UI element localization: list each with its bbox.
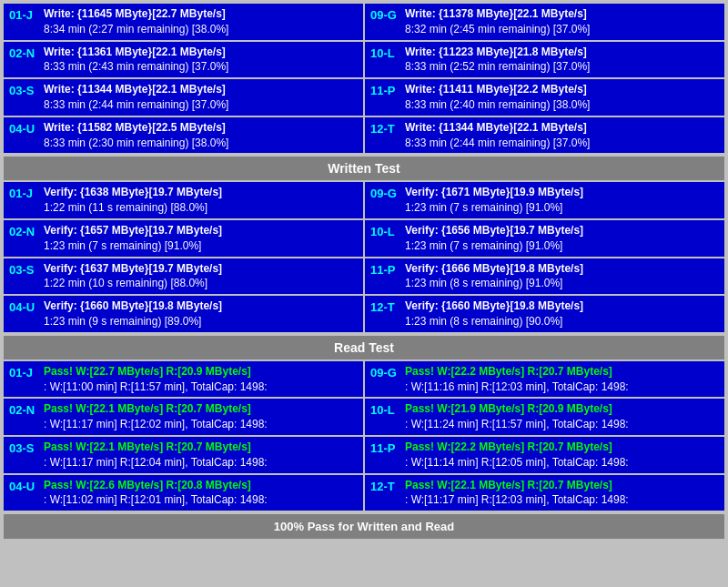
verify-02n-line1: Verify: {1657 MByte}[19.7 MByte/s] — [44, 223, 358, 238]
pass-id-03s: 03-S — [9, 441, 40, 455]
pass-01j-line2: : W:[11:00 min] R:[11:57 min], TotalCap:… — [44, 380, 358, 395]
verify-id-01j: 01-J — [9, 187, 40, 200]
verify-id-11p: 11-P — [370, 263, 401, 277]
write-grid: 01-J Write: {11645 MByte}[22.7 MByte/s] … — [4, 4, 724, 153]
verify-cell-10l: 10-L Verify: {1656 MByte}[19.7 MByte/s] … — [365, 220, 724, 257]
pass-cell-10l: 10-L Pass! W:[21.9 MByte/s] R:[20.9 MByt… — [365, 399, 724, 435]
pass-04u-line1: Pass! W:[22.6 MByte/s] R:[20.8 MByte/s] — [44, 478, 358, 493]
pass-section: 01-J Pass! W:[22.7 MByte/s] R:[20.9 MByt… — [4, 361, 724, 511]
read-test-header: Read Test — [4, 336, 724, 359]
verify-11p-line2: 1:23 min (8 s remaining) [91.0%] — [405, 276, 719, 291]
write-cell-09g: 09-G Write: {11378 MByte}[22.1 MByte/s] … — [365, 4, 724, 40]
write-03s-line1: Write: {11344 MByte}[22.1 MByte/s] — [44, 82, 358, 97]
pass-cell-03s: 03-S Pass! W:[22.1 MByte/s] R:[20.7 MByt… — [4, 437, 363, 473]
write-cell-12t: 12-T Write: {11344 MByte}[22.1 MByte/s] … — [365, 117, 724, 154]
write-03s-line2: 8:33 min (2:44 min remaining) [37.0%] — [44, 97, 358, 113]
verify-11p-line1: Verify: {1666 MByte}[19.8 MByte/s] — [405, 261, 719, 277]
verify-id-09g: 09-G — [370, 187, 401, 200]
write-10l-line1: Write: {11223 MByte}[21.8 MByte/s] — [405, 45, 719, 60]
write-04u-line1: Write: {11582 MByte}[22.5 MByte/s] — [44, 120, 358, 136]
pass-cell-04u: 04-U Pass! W:[22.6 MByte/s] R:[20.8 MByt… — [4, 475, 363, 511]
cell-id-09g: 09-G — [370, 8, 401, 22]
pass-02n-line1: Pass! W:[22.1 MByte/s] R:[20.7 MByte/s] — [44, 401, 358, 417]
pass-id-12t: 12-T — [370, 480, 401, 493]
verify-id-10l: 10-L — [370, 225, 401, 238]
pass-01j-line1: Pass! W:[22.7 MByte/s] R:[20.9 MByte/s] — [44, 364, 358, 380]
write-cell-11p: 11-P Write: {11411 MByte}[22.2 MByte/s] … — [365, 79, 724, 116]
cell-id-11p: 11-P — [370, 84, 401, 97]
verify-03s-line2: 1:22 min (10 s remaining) [88.0%] — [44, 276, 358, 291]
write-12t-line1: Write: {11344 MByte}[22.1 MByte/s] — [405, 120, 719, 136]
pass-cell-01j: 01-J Pass! W:[22.7 MByte/s] R:[20.9 MByt… — [4, 361, 363, 398]
footer-status: 100% Pass for Written and Read — [4, 514, 724, 539]
pass-09g-line2: : W:[11:16 min] R:[12:03 min], TotalCap:… — [405, 380, 719, 395]
verify-id-12t: 12-T — [370, 300, 401, 314]
pass-id-09g: 09-G — [370, 366, 401, 380]
pass-10l-line1: Pass! W:[21.9 MByte/s] R:[20.9 MByte/s] — [405, 401, 719, 417]
write-01j-line1: Write: {11645 MByte}[22.7 MByte/s] — [44, 6, 358, 22]
pass-04u-line2: : W:[11:02 min] R:[12:01 min], TotalCap:… — [44, 492, 358, 508]
cell-id-01j: 01-J — [9, 8, 40, 22]
write-04u-line2: 8:33 min (2:30 min remaining) [38.0%] — [44, 136, 358, 151]
cell-id-10l: 10-L — [370, 46, 401, 60]
verify-02n-line2: 1:23 min (7 s remaining) [91.0%] — [44, 238, 358, 254]
pass-10l-line2: : W:[11:24 min] R:[11:57 min], TotalCap:… — [405, 417, 719, 432]
pass-03s-line2: : W:[11:17 min] R:[12:04 min], TotalCap:… — [44, 455, 358, 471]
verify-01j-line1: Verify: {1638 MByte}[19.7 MByte/s] — [44, 185, 358, 200]
verify-id-04u: 04-U — [9, 300, 40, 314]
verify-09g-line2: 1:23 min (7 s remaining) [91.0%] — [405, 200, 719, 216]
write-12t-line2: 8:33 min (2:44 min remaining) [37.0%] — [405, 136, 719, 151]
write-02n-line2: 8:33 min (2:43 min remaining) [37.0%] — [44, 59, 358, 75]
cell-id-02n: 02-N — [9, 46, 40, 60]
verify-cell-01j: 01-J Verify: {1638 MByte}[19.7 MByte/s] … — [4, 182, 363, 218]
write-cell-03s: 03-S Write: {11344 MByte}[22.1 MByte/s] … — [4, 79, 363, 116]
write-cell-02n: 02-N Write: {11361 MByte}[22.1 MByte/s] … — [4, 42, 363, 78]
verify-section: 01-J Verify: {1638 MByte}[19.7 MByte/s] … — [4, 182, 724, 359]
pass-11p-line2: : W:[11:14 min] R:[12:05 min], TotalCap:… — [405, 455, 719, 471]
cell-id-12t: 12-T — [370, 122, 401, 136]
verify-cell-12t: 12-T Verify: {1660 MByte}[19.8 MByte/s] … — [365, 296, 724, 332]
pass-cell-11p: 11-P Pass! W:[22.2 MByte/s] R:[20.7 MByt… — [365, 437, 724, 473]
verify-12t-line2: 1:23 min (8 s remaining) [90.0%] — [405, 314, 719, 329]
verify-10l-line1: Verify: {1656 MByte}[19.7 MByte/s] — [405, 223, 719, 238]
write-02n-line1: Write: {11361 MByte}[22.1 MByte/s] — [44, 45, 358, 60]
pass-grid: 01-J Pass! W:[22.7 MByte/s] R:[20.9 MByt… — [4, 361, 724, 511]
pass-id-01j: 01-J — [9, 366, 40, 380]
write-09g-line2: 8:32 min (2:45 min remaining) [37.0%] — [405, 22, 719, 37]
pass-03s-line1: Pass! W:[22.1 MByte/s] R:[20.7 MByte/s] — [44, 440, 358, 455]
pass-12t-line2: : W:[11:17 min] R:[12:03 min], TotalCap:… — [405, 492, 719, 508]
pass-cell-12t: 12-T Pass! W:[22.1 MByte/s] R:[20.7 MByt… — [365, 475, 724, 511]
verify-id-02n: 02-N — [9, 225, 40, 238]
write-11p-line2: 8:33 min (2:40 min remaining) [38.0%] — [405, 97, 719, 113]
pass-12t-line1: Pass! W:[22.1 MByte/s] R:[20.7 MByte/s] — [405, 478, 719, 493]
write-09g-line1: Write: {11378 MByte}[22.1 MByte/s] — [405, 6, 719, 22]
verify-04u-line2: 1:23 min (9 s remaining) [89.0%] — [44, 314, 358, 329]
pass-id-10l: 10-L — [370, 403, 401, 417]
write-cell-01j: 01-J Write: {11645 MByte}[22.7 MByte/s] … — [4, 4, 363, 40]
pass-02n-line2: : W:[11:17 min] R:[12:02 min], TotalCap:… — [44, 417, 358, 432]
cell-id-04u: 04-U — [9, 122, 40, 136]
write-cell-10l: 10-L Write: {11223 MByte}[21.8 MByte/s] … — [365, 42, 724, 78]
verify-09g-line1: Verify: {1671 MByte}[19.9 MByte/s] — [405, 185, 719, 200]
verify-grid: 01-J Verify: {1638 MByte}[19.7 MByte/s] … — [4, 182, 724, 331]
written-test-header: Written Test — [4, 157, 724, 180]
verify-id-03s: 03-S — [9, 263, 40, 277]
verify-10l-line2: 1:23 min (7 s remaining) [91.0%] — [405, 238, 719, 254]
pass-cell-09g: 09-G Pass! W:[22.2 MByte/s] R:[20.7 MByt… — [365, 361, 724, 398]
verify-03s-line1: Verify: {1637 MByte}[19.7 MByte/s] — [44, 261, 358, 277]
pass-09g-line1: Pass! W:[22.2 MByte/s] R:[20.7 MByte/s] — [405, 364, 719, 380]
verify-cell-04u: 04-U Verify: {1660 MByte}[19.8 MByte/s] … — [4, 296, 363, 332]
write-section: 01-J Write: {11645 MByte}[22.7 MByte/s] … — [4, 4, 724, 180]
write-cell-04u: 04-U Write: {11582 MByte}[22.5 MByte/s] … — [4, 117, 363, 154]
main-container: 01-J Write: {11645 MByte}[22.7 MByte/s] … — [0, 0, 728, 542]
pass-cell-02n: 02-N Pass! W:[22.1 MByte/s] R:[20.7 MByt… — [4, 399, 363, 435]
pass-id-11p: 11-P — [370, 441, 401, 455]
verify-cell-02n: 02-N Verify: {1657 MByte}[19.7 MByte/s] … — [4, 220, 363, 257]
write-11p-line1: Write: {11411 MByte}[22.2 MByte/s] — [405, 82, 719, 97]
verify-01j-line2: 1:22 min (11 s remaining) [88.0%] — [44, 200, 358, 216]
verify-04u-line1: Verify: {1660 MByte}[19.8 MByte/s] — [44, 299, 358, 314]
verify-cell-09g: 09-G Verify: {1671 MByte}[19.9 MByte/s] … — [365, 182, 724, 218]
pass-id-04u: 04-U — [9, 480, 40, 493]
pass-11p-line1: Pass! W:[22.2 MByte/s] R:[20.7 MByte/s] — [405, 440, 719, 455]
write-01j-line2: 8:34 min (2:27 min remaining) [38.0%] — [44, 22, 358, 37]
